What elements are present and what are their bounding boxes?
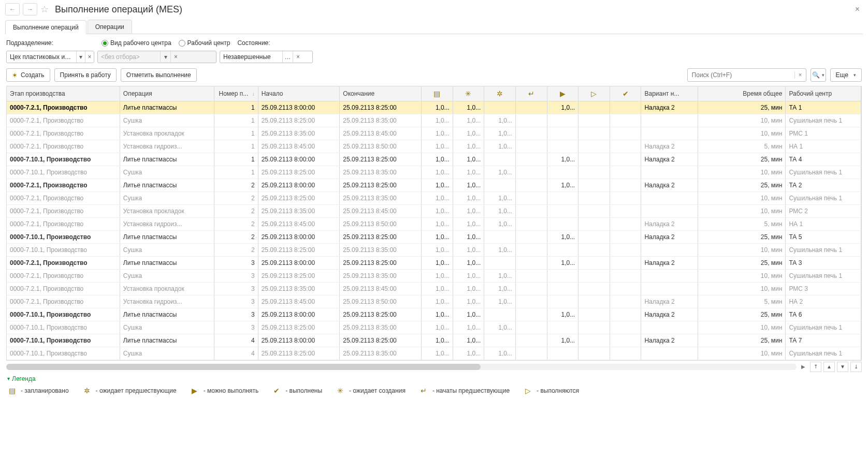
clear-search-icon[interactable]: ×	[794, 71, 806, 79]
table-cell: 10, мин	[698, 269, 786, 282]
table-cell: 0000-7.2.1, Производство	[7, 179, 120, 191]
col-workcenter[interactable]: Рабочий центр	[786, 86, 861, 101]
wc-radio-group: Вид рабочего центра Рабочий центр	[102, 39, 230, 47]
col-number[interactable]: Номер п... ↓	[214, 86, 258, 101]
dropdown-icon[interactable]: ▾	[160, 51, 170, 63]
radio-wc-type[interactable]: Вид рабочего центра	[102, 39, 171, 47]
table-row[interactable]: 0000-7.2.1, ПроизводствоУстановка прокла…	[7, 282, 861, 295]
more-button[interactable]: Еще ▾	[830, 68, 862, 82]
col-stage[interactable]: Этап производства	[7, 86, 120, 101]
table-row[interactable]: 0000-7.2.1, ПроизводствоУстановка прокла…	[7, 204, 861, 217]
table-row[interactable]: 0000-7.10.1, ПроизводствоСушка125.09.211…	[7, 166, 861, 179]
col-planned-icon[interactable]: ▤	[421, 86, 453, 101]
nav-forward-button[interactable]: →	[23, 3, 37, 16]
legend-toggle[interactable]: Легенда	[7, 375, 861, 382]
table-cell: 5, мин	[698, 140, 786, 153]
table-row[interactable]: 0000-7.2.1, ПроизводствоУстановка гидрои…	[7, 140, 861, 153]
horizontal-scrollbar[interactable]	[6, 364, 797, 370]
table-cell: Сушка	[120, 191, 214, 204]
col-time[interactable]: Время общее	[698, 86, 786, 101]
tab-operations[interactable]: Операции	[88, 20, 132, 34]
table-cell	[578, 308, 610, 321]
table-cell: ТА 1	[786, 101, 861, 114]
col-await-create-icon[interactable]: ✳	[453, 86, 484, 101]
grid-nav-bottom[interactable]: ⤓	[850, 362, 862, 372]
table-row[interactable]: 0000-7.2.1, ПроизводствоСушка125.09.2113…	[7, 114, 861, 127]
mark-done-button[interactable]: Отметить выполнение	[121, 68, 197, 82]
more-icon[interactable]: …	[282, 51, 293, 63]
table-row[interactable]: 0000-7.2.1, ПроизводствоЛитье пластмассы…	[7, 256, 861, 269]
table-cell	[610, 217, 641, 230]
table-cell: 0000-7.2.1, Производство	[7, 101, 120, 114]
table-cell: Наладка 2	[641, 256, 698, 269]
table-cell: 10, мин	[698, 114, 786, 127]
search-input[interactable]	[688, 71, 794, 79]
table-cell	[578, 243, 610, 256]
col-can-run-icon[interactable]: ▶	[547, 86, 578, 101]
table-cell	[547, 166, 578, 179]
table-row[interactable]: 0000-7.10.1, ПроизводствоСушка225.09.211…	[7, 243, 861, 256]
table-row[interactable]: 0000-7.10.1, ПроизводствоЛитье пластмасс…	[7, 334, 861, 347]
create-button[interactable]: ✶ Создать	[6, 68, 50, 82]
table-cell: 25.09.2113 8:35:00	[340, 269, 422, 282]
grid-nav-top[interactable]: ⤒	[810, 362, 821, 372]
col-end[interactable]: Окончание	[340, 86, 422, 101]
grid-nav-down[interactable]: ▼	[837, 362, 848, 372]
search-field[interactable]: ×	[687, 68, 806, 82]
department-combo[interactable]: Цех пластиковых изделий ▾ ×	[6, 51, 94, 63]
table-cell: 25.09.2113 8:25:00	[340, 256, 422, 269]
table-row[interactable]: 0000-7.10.1, ПроизводствоСушка325.09.211…	[7, 321, 861, 334]
col-done-icon[interactable]: ✔	[610, 86, 641, 101]
grid-nav-up[interactable]: ▲	[823, 362, 835, 372]
table-cell	[610, 282, 641, 295]
tab-operations-exec[interactable]: Выполнение операций	[5, 20, 86, 34]
col-started-prev-icon[interactable]: ↵	[515, 86, 547, 101]
legend-icon: ▷	[523, 387, 532, 395]
table-row[interactable]: 0000-7.2.1, ПроизводствоЛитье пластмассы…	[7, 179, 861, 191]
col-variant[interactable]: Вариант н...	[641, 86, 698, 101]
favorite-star-icon[interactable]: ☆	[40, 4, 49, 15]
table-cell: 1,0...	[421, 308, 453, 321]
table-cell	[578, 127, 610, 140]
clear-icon[interactable]: ×	[170, 51, 181, 63]
table-row[interactable]: 0000-7.10.1, ПроизводствоСушка425.09.211…	[7, 347, 861, 360]
col-start[interactable]: Начало	[258, 86, 340, 101]
col-await-prev-icon[interactable]: ✲	[484, 86, 516, 101]
legend-text: - можно выполнять	[204, 387, 259, 394]
table-cell: Сушильная печь 1	[786, 114, 861, 127]
table-cell: Установка гидроиз...	[120, 217, 214, 230]
wc-filter-combo[interactable]: <без отбора> ▾ ×	[97, 51, 216, 63]
table-cell: 25.09.2113 8:50:00	[340, 217, 422, 230]
table-row[interactable]: 0000-7.2.1, ПроизводствоУстановка гидрои…	[7, 217, 861, 230]
clear-icon[interactable]: ×	[85, 51, 94, 63]
table-cell	[547, 321, 578, 334]
table-row[interactable]: 0000-7.10.1, ПроизводствоЛитье пластмасс…	[7, 230, 861, 243]
close-button[interactable]: ×	[852, 5, 863, 14]
table-cell	[641, 243, 698, 256]
table-row[interactable]: 0000-7.2.1, ПроизводствоЛитье пластмассы…	[7, 101, 861, 114]
legend-text: - начаты предшествующие	[432, 387, 510, 394]
table-cell: 1,0...	[453, 114, 484, 127]
search-menu-button[interactable]: 🔍▾	[811, 68, 826, 82]
clear-icon[interactable]: ×	[293, 51, 303, 63]
table-cell: 25.09.2113 8:50:00	[340, 295, 422, 308]
scroll-right-icon[interactable]: ▶	[800, 363, 807, 371]
table-row[interactable]: 0000-7.10.1, ПроизводствоЛитье пластмасс…	[7, 153, 861, 166]
table-row[interactable]: 0000-7.2.1, ПроизводствоУстановка гидрои…	[7, 295, 861, 308]
accept-button[interactable]: Принять в работу	[54, 68, 117, 82]
legend-text: - запланировано	[21, 387, 69, 394]
col-running-icon[interactable]: ▷	[578, 86, 610, 101]
radio-wc[interactable]: Рабочий центр	[179, 39, 230, 47]
table-cell: Установка прокладок	[120, 127, 214, 140]
table-cell: Наладка 2	[641, 101, 698, 114]
table-row[interactable]: 0000-7.10.1, ПроизводствоЛитье пластмасс…	[7, 308, 861, 321]
dropdown-icon[interactable]: ▾	[76, 51, 85, 63]
table-row[interactable]: 0000-7.2.1, ПроизводствоСушка325.09.2113…	[7, 269, 861, 282]
table-row[interactable]: 0000-7.2.1, ПроизводствоСушка225.09.2113…	[7, 191, 861, 204]
table-row[interactable]: 0000-7.2.1, ПроизводствоУстановка прокла…	[7, 127, 861, 140]
table-cell: 0000-7.10.1, Производство	[7, 321, 120, 334]
nav-back-button[interactable]: ←	[5, 3, 20, 16]
col-operation[interactable]: Операция	[120, 86, 214, 101]
status-combo[interactable]: Незавершенные … ×	[220, 51, 313, 63]
table-cell	[547, 127, 578, 140]
